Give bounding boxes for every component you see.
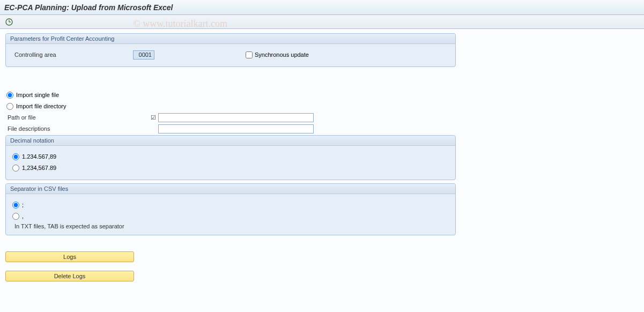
decimal-opt2-radio[interactable] xyxy=(12,165,19,172)
path-check-icon: ☑ xyxy=(149,114,158,121)
file-descriptions-input[interactable] xyxy=(158,124,314,133)
decimal-notation-group: Decimal notation 1.234.567,89 1,234,567.… xyxy=(5,135,456,180)
title-bar: EC-PCA Planning: Upload from Microsoft E… xyxy=(0,0,644,15)
separator-opt1-wrap[interactable]: ; xyxy=(12,202,24,209)
decimal-opt1-radio[interactable] xyxy=(12,153,19,160)
synchronous-update-checkbox[interactable] xyxy=(246,51,253,58)
toolbar xyxy=(0,15,644,29)
file-descriptions-label: File descriptions xyxy=(6,125,149,132)
path-or-file-label: Path or file xyxy=(6,114,149,121)
import-options: Import single file Import file directory… xyxy=(5,86,456,133)
import-single-file-radio[interactable] xyxy=(6,92,13,99)
separator-opt2-wrap[interactable]: , xyxy=(12,213,24,220)
path-or-file-input[interactable] xyxy=(158,113,314,122)
separator-opt1-radio[interactable] xyxy=(12,202,19,209)
separator-opt2-radio[interactable] xyxy=(12,213,19,220)
delete-logs-button[interactable]: Delete Logs xyxy=(5,271,134,281)
import-directory-label: Import file directory xyxy=(16,103,66,109)
decimal-opt1-label: 1.234.567,89 xyxy=(22,153,56,160)
import-single-file-label: Import single file xyxy=(16,92,59,98)
import-single-file-wrap[interactable]: Import single file xyxy=(6,92,59,99)
controlling-area-value[interactable]: 0001 xyxy=(133,50,154,60)
separator-group: Separator in CSV files ; , In TXT files,… xyxy=(5,183,456,235)
execute-icon[interactable] xyxy=(4,17,14,27)
synchronous-update-wrap[interactable]: Synchronous update xyxy=(246,51,309,58)
content-area: Parameters for Profit Center Accounting … xyxy=(0,29,644,288)
separator-note: In TXT files, TAB is expected as separat… xyxy=(12,223,449,229)
separator-opt1-label: ; xyxy=(22,202,24,208)
separator-header: Separator in CSV files xyxy=(6,184,455,194)
import-directory-wrap[interactable]: Import file directory xyxy=(6,103,66,110)
parameters-group-header: Parameters for Profit Center Accounting xyxy=(6,34,455,44)
controlling-area-label: Controlling area xyxy=(12,51,149,58)
separator-opt2-label: , xyxy=(22,213,24,219)
decimal-opt2-label: 1,234,567.89 xyxy=(22,165,56,171)
parameters-group: Parameters for Profit Center Accounting … xyxy=(5,33,456,67)
import-directory-radio[interactable] xyxy=(6,103,13,110)
synchronous-update-label: Synchronous update xyxy=(255,51,309,58)
page-title: EC-PCA Planning: Upload from Microsoft E… xyxy=(4,3,173,12)
logs-button[interactable]: Logs xyxy=(5,251,134,262)
decimal-opt1-wrap[interactable]: 1.234.567,89 xyxy=(12,153,56,160)
decimal-notation-header: Decimal notation xyxy=(6,136,455,146)
decimal-opt2-wrap[interactable]: 1,234,567.89 xyxy=(12,165,56,172)
